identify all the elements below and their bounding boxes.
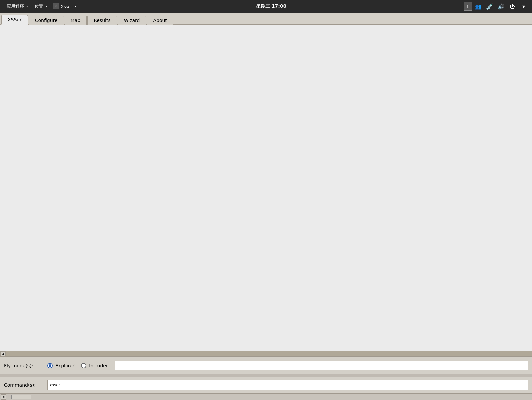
needle-icon-btn[interactable]: 💉: [485, 2, 495, 11]
explorer-radio[interactable]: [47, 363, 53, 368]
horizontal-scrollbar[interactable]: ◀: [0, 351, 532, 356]
commands-row: Command(s):: [0, 377, 532, 393]
explorer-option[interactable]: Explorer: [47, 363, 74, 368]
commands-input[interactable]: [47, 380, 528, 390]
taskbar-datetime: 星期三 17:00: [79, 3, 464, 9]
fly-mode-label: Fly mode(s):: [4, 363, 47, 368]
taskbar: 应用程序 ▾ 位置 ▾ ✕ Xsser ▾ 星期三 17:00 1 👥 💉 🔊 …: [0, 0, 532, 13]
tab-bar: XSSer Configure Map Results Wizard About: [0, 13, 532, 25]
workspace-badge[interactable]: 1: [464, 2, 472, 11]
content-area: ◀: [0, 25, 532, 357]
system-menu-arrow: ▾: [522, 3, 525, 10]
tab-configure[interactable]: Configure: [29, 16, 64, 25]
fly-mode-row: Fly mode(s): Explorer Intruder: [0, 357, 532, 374]
tab-wizard[interactable]: Wizard: [118, 16, 146, 25]
bottom-controls: Fly mode(s): Explorer Intruder Command(s…: [0, 357, 532, 400]
scroll-track[interactable]: [6, 351, 532, 356]
bottom-scroll-thumb[interactable]: [11, 395, 31, 399]
location-menu-label: 位置: [35, 3, 43, 9]
control-separator: [0, 374, 532, 377]
system-menu-btn[interactable]: ▾: [519, 2, 529, 11]
tab-xsser[interactable]: XSSer: [1, 15, 28, 25]
xsser-taskbar-button[interactable]: ✕ Xsser ▾: [50, 2, 79, 10]
needle-icon: 💉: [486, 3, 493, 10]
app-menu[interactable]: 应用程序 ▾: [3, 2, 31, 11]
tab-map[interactable]: Map: [65, 16, 87, 25]
intruder-radio[interactable]: [81, 363, 86, 368]
commands-label: Command(s):: [4, 382, 47, 388]
volume-icon: 🔊: [498, 3, 504, 10]
location-menu-arrow: ▾: [46, 5, 47, 8]
volume-icon-btn[interactable]: 🔊: [496, 2, 506, 11]
bottom-scrollbar-row[interactable]: ◀: [0, 393, 532, 400]
tab-results[interactable]: Results: [87, 16, 117, 25]
location-menu[interactable]: 位置 ▾: [31, 2, 51, 11]
fly-mode-radio-group: Explorer Intruder: [47, 363, 108, 368]
intruder-option[interactable]: Intruder: [81, 363, 108, 368]
tab-about[interactable]: About: [147, 16, 173, 25]
power-icon: ⏻: [510, 3, 515, 10]
users-icon-btn[interactable]: 👥: [473, 2, 483, 11]
fly-mode-input[interactable]: [115, 361, 528, 370]
xsser-taskbar-label: Xsser: [61, 4, 72, 9]
explorer-label: Explorer: [55, 363, 74, 368]
bottom-scroll-left[interactable]: ◀: [1, 394, 6, 400]
xsser-dropdown-arrow: ▾: [75, 5, 76, 8]
users-icon: 👥: [475, 3, 482, 10]
app-menu-arrow: ▾: [26, 5, 28, 8]
scroll-left-arrow[interactable]: ◀: [0, 351, 6, 357]
app-menu-label: 应用程序: [7, 3, 24, 9]
power-icon-btn[interactable]: ⏻: [507, 2, 517, 11]
xsser-taskbar-icon: ✕: [53, 3, 59, 9]
taskbar-right-area: 1 👥 💉 🔊 ⏻ ▾: [464, 2, 529, 11]
main-window: XSSer Configure Map Results Wizard About…: [0, 13, 532, 400]
intruder-label: Intruder: [89, 363, 108, 368]
